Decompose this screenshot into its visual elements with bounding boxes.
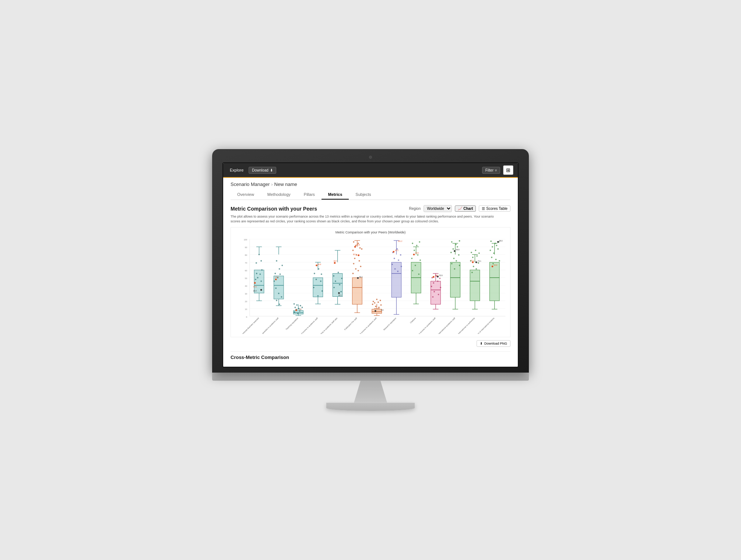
svg-point-266: [497, 249, 499, 250]
svg-point-154: [375, 306, 376, 307]
svg-text:50.1: 50.1: [359, 277, 363, 278]
svg-text:Publication Per staff: Publication Per staff: [344, 317, 358, 331]
tab-metrics[interactable]: Metrics: [322, 190, 349, 200]
svg-point-94: [322, 290, 323, 292]
chart-button[interactable]: 📈 Chart: [455, 205, 476, 212]
svg-point-173: [393, 251, 394, 253]
download-png-button[interactable]: ⬇ Download PNG: [477, 340, 510, 347]
monitor-outer: Explore Download ⬇ Filter ▿ ⊞: [212, 149, 529, 411]
svg-point-38: [260, 260, 262, 262]
svg-point-109: [333, 287, 335, 288]
boxplot-9: 51.9 52.6: [431, 274, 443, 309]
region-select[interactable]: Worldwide: [424, 205, 452, 212]
svg-point-88: [314, 273, 315, 274]
svg-rect-84: [313, 278, 323, 297]
svg-text:Research income to academic st: Research income to academic staff: [354, 317, 377, 334]
svg-point-31: [259, 274, 261, 275]
svg-point-241: [475, 250, 476, 251]
svg-text:Research reputation: Research reputation: [383, 317, 397, 331]
svg-point-139: [357, 277, 359, 279]
svg-point-124: [359, 247, 361, 249]
boxplot-1: 47.5: [274, 247, 284, 306]
svg-point-171: [394, 268, 396, 270]
download-png-label: Download PNG: [484, 342, 507, 345]
svg-point-169: [391, 264, 393, 265]
svg-point-228: [456, 260, 457, 262]
svg-point-91: [316, 279, 317, 280]
svg-point-132: [355, 268, 357, 270]
svg-text:Proportion of international st: Proportion of international students: [472, 317, 495, 334]
tab-methodology[interactable]: Methodology: [261, 190, 297, 200]
boxplot-11: 73 ● 73.1: [470, 250, 481, 309]
svg-point-92: [320, 281, 322, 282]
svg-point-134: [352, 273, 354, 274]
download-button[interactable]: Download ⬇: [249, 167, 276, 174]
svg-point-128: [354, 258, 355, 259]
svg-point-35: [260, 281, 262, 282]
svg-point-188: [419, 260, 421, 261]
svg-point-110: [340, 291, 342, 293]
svg-point-89: [318, 268, 319, 270]
svg-point-37: [259, 254, 260, 256]
svg-text:Institutional income to academ: Institutional income to academic staff: [294, 317, 318, 334]
svg-point-131: [360, 266, 361, 267]
svg-text:7.2: 7.2: [299, 309, 302, 310]
svg-point-75: [302, 307, 303, 309]
svg-text:Industry income to academic st: Industry income to academic staff: [414, 317, 436, 334]
svg-text:40: 40: [245, 285, 247, 287]
svg-point-108: [339, 284, 340, 286]
svg-text:Doctorate awarded to academic : Doctorate awarded to academic staff: [255, 317, 279, 334]
grid-icon: ⊞: [506, 167, 510, 173]
svg-point-155: [378, 307, 380, 309]
tab-overview[interactable]: Overview: [231, 190, 261, 200]
svg-point-226: [458, 254, 460, 256]
svg-point-39: [256, 263, 257, 264]
svg-point-264: [496, 245, 498, 246]
explore-button[interactable]: Explore: [228, 167, 246, 173]
monitor-screen: Explore Download ⬇ Filter ▿ ⊞: [222, 162, 519, 367]
svg-point-190: [412, 270, 413, 272]
svg-point-224: [457, 246, 458, 248]
svg-point-149: [380, 300, 381, 301]
svg-text:96.8: 96.8: [456, 249, 460, 251]
chart-title: Metric Comparison with your Peers (World…: [234, 230, 507, 234]
svg-point-106: [341, 278, 343, 279]
svg-point-104: [333, 275, 334, 277]
svg-point-268: [491, 257, 492, 258]
svg-point-267: [493, 253, 495, 254]
scores-table-button[interactable]: ☰ Scores Table: [479, 205, 510, 212]
svg-point-248: [475, 268, 477, 270]
svg-point-186: [417, 254, 419, 256]
grid-view-button[interactable]: ⊞: [503, 165, 513, 175]
filter-label: Filter: [485, 168, 494, 172]
svg-point-265: [489, 250, 491, 251]
tab-subjects[interactable]: Subjects: [349, 190, 377, 200]
metric-title: Metric Comparison with your Peers: [231, 206, 317, 212]
boxplot-7: 83.2 101.2: [391, 241, 402, 315]
svg-point-231: [454, 268, 455, 270]
filter-button[interactable]: Filter ▿: [482, 167, 500, 174]
svg-text:International co-authorship: International co-authorship: [457, 317, 475, 334]
svg-rect-100: [333, 274, 343, 297]
monitor-bezel: Explore Download ⬇ Filter ▿ ⊞: [212, 149, 529, 373]
svg-point-147: [373, 301, 374, 302]
svg-point-80: [295, 310, 297, 311]
svg-text:50: 50: [245, 277, 247, 279]
svg-text:70: 70: [245, 262, 247, 264]
chart-svg-wrapper: 0 10 20 30 40 50 60: [234, 236, 507, 335]
svg-point-246: [478, 263, 479, 264]
tab-pillars[interactable]: Pillars: [297, 190, 322, 200]
topbar-left: Explore Download ⬇: [228, 167, 276, 174]
svg-point-121: [353, 242, 354, 243]
monitor-bottom-bezel: [212, 373, 529, 381]
svg-point-261: [495, 243, 496, 244]
boxplot-0: 47.5 35.4: [253, 247, 264, 301]
x-axis-labels: Doctorate Bachelor awarded Doctorate awa…: [240, 317, 495, 334]
svg-point-189: [415, 265, 416, 266]
svg-point-156: [375, 310, 376, 312]
svg-text:10: 10: [245, 308, 247, 310]
svg-point-125: [352, 250, 354, 251]
monitor-camera-icon: [369, 156, 372, 159]
boxplot-8: 93.6: [411, 242, 421, 304]
svg-point-225: [450, 252, 452, 253]
